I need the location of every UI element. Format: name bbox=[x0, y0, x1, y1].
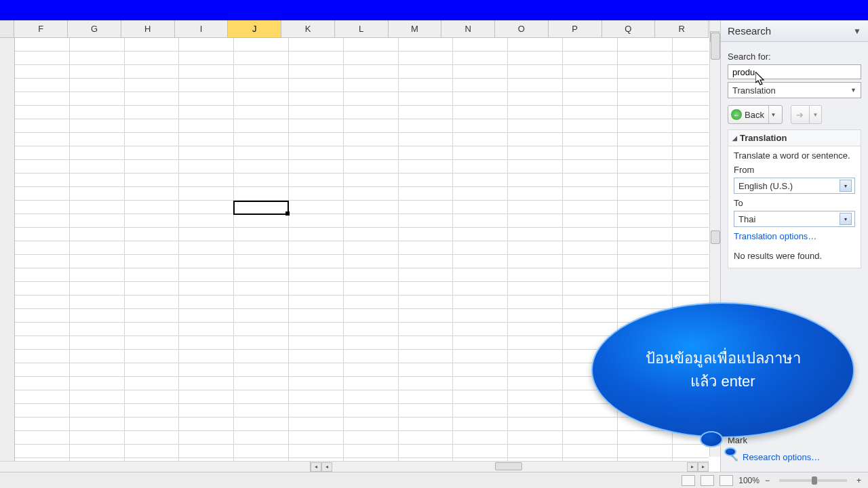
collapse-icon: ◢ bbox=[732, 135, 737, 142]
column-header[interactable]: R bbox=[655, 20, 709, 38]
scroll-first-button[interactable]: ◂ bbox=[311, 462, 321, 472]
callout-tail bbox=[700, 431, 723, 447]
vertical-scroll-thumb[interactable] bbox=[711, 33, 720, 60]
to-label: To bbox=[734, 198, 855, 208]
research-options-link[interactable]: Research options… bbox=[743, 452, 820, 462]
scroll-left-button[interactable]: ◂ bbox=[321, 462, 332, 472]
back-button[interactable]: ← Back ▼ bbox=[728, 105, 783, 124]
column-header[interactable]: L bbox=[335, 20, 389, 38]
no-results-message: No results were found. bbox=[734, 251, 855, 261]
to-language-select[interactable]: Thai ▾ bbox=[734, 211, 855, 227]
callout-line2: แล้ว enter bbox=[646, 370, 801, 393]
callout-bubble: ป้อนข้อมูลเพื่อแปลภาษา แล้ว enter bbox=[591, 302, 854, 438]
horizontal-scrollbar[interactable]: ◂ ◂ ▸ ▸ bbox=[0, 461, 709, 472]
scroll-last-button[interactable]: ▸ bbox=[698, 462, 709, 472]
callout-line1: ป้อนข้อมูลเพื่อแปลภาษา bbox=[646, 347, 801, 370]
column-header[interactable]: G bbox=[68, 20, 121, 38]
chevron-down-icon: ▼ bbox=[850, 87, 856, 94]
callout-tail bbox=[724, 447, 736, 456]
column-header[interactable]: J bbox=[228, 20, 281, 38]
translation-title: Translation bbox=[740, 133, 787, 143]
back-history-dropdown[interactable]: ▼ bbox=[768, 106, 778, 123]
from-language-select[interactable]: English (U.S.) ▾ bbox=[734, 178, 855, 194]
pane-title: Research bbox=[728, 25, 771, 37]
column-header[interactable]: F bbox=[14, 20, 68, 38]
translation-options-link[interactable]: Translation options… bbox=[734, 231, 855, 241]
column-header[interactable]: P bbox=[549, 20, 602, 38]
pane-menu-icon[interactable]: ▼ bbox=[853, 26, 861, 36]
view-normal-button[interactable] bbox=[682, 475, 695, 486]
cell-grid[interactable] bbox=[0, 38, 709, 474]
back-label: Back bbox=[745, 110, 764, 120]
forward-arrow-icon: ➜ bbox=[796, 110, 804, 120]
service-value: Translation bbox=[732, 85, 776, 96]
forward-history-dropdown[interactable]: ▼ bbox=[810, 105, 822, 124]
chevron-down-icon: ▾ bbox=[840, 213, 852, 225]
column-header[interactable]: M bbox=[389, 20, 442, 38]
zoom-in-button[interactable]: + bbox=[856, 476, 861, 485]
hscroll-track[interactable] bbox=[332, 462, 687, 472]
column-headers: FGHIJKLMNOPQR bbox=[0, 20, 709, 38]
column-header[interactable]: Q bbox=[602, 20, 656, 38]
zoom-level[interactable]: 100% bbox=[738, 476, 760, 485]
column-header[interactable]: H bbox=[121, 20, 175, 38]
sheet-tab-area[interactable] bbox=[0, 462, 311, 472]
pane-header[interactable]: Research ▼ bbox=[721, 20, 868, 42]
scroll-right-button[interactable]: ▸ bbox=[687, 462, 698, 472]
status-bar: 100% − + bbox=[0, 472, 868, 488]
from-label: From bbox=[734, 165, 855, 175]
zoom-thumb[interactable] bbox=[812, 476, 817, 485]
spreadsheet-area: FGHIJKLMNOPQR bbox=[0, 20, 719, 474]
column-header[interactable]: K bbox=[281, 20, 335, 38]
translation-section-header[interactable]: ◢ Translation bbox=[728, 129, 861, 146]
forward-button[interactable]: ➜ bbox=[791, 105, 810, 124]
translation-section: Translate a word or sentence. From Engli… bbox=[728, 146, 861, 268]
search-input[interactable] bbox=[728, 64, 861, 79]
select-all-corner[interactable] bbox=[0, 20, 14, 38]
horizontal-scroll-thumb[interactable] bbox=[495, 462, 522, 470]
row-headers[interactable] bbox=[0, 38, 15, 474]
from-value: English (U.S.) bbox=[738, 181, 793, 191]
column-header[interactable]: N bbox=[441, 20, 495, 38]
back-arrow-icon: ← bbox=[731, 109, 742, 120]
zoom-slider[interactable] bbox=[779, 479, 847, 482]
service-dropdown[interactable]: Translation ▼ bbox=[728, 82, 861, 98]
title-bar bbox=[0, 0, 868, 20]
translation-desc: Translate a word or sentence. bbox=[734, 150, 855, 161]
column-header[interactable]: O bbox=[495, 20, 549, 38]
zoom-out-button[interactable]: − bbox=[765, 476, 770, 485]
column-header[interactable]: I bbox=[175, 20, 229, 38]
chevron-down-icon: ▾ bbox=[840, 180, 852, 192]
cells-area[interactable] bbox=[15, 38, 709, 474]
search-for-label: Search for: bbox=[728, 52, 861, 62]
to-value: Thai bbox=[738, 214, 755, 224]
vertical-scroll-thumb[interactable] bbox=[711, 230, 720, 244]
view-pagebreak-button[interactable] bbox=[719, 475, 733, 486]
view-layout-button[interactable] bbox=[701, 475, 714, 486]
